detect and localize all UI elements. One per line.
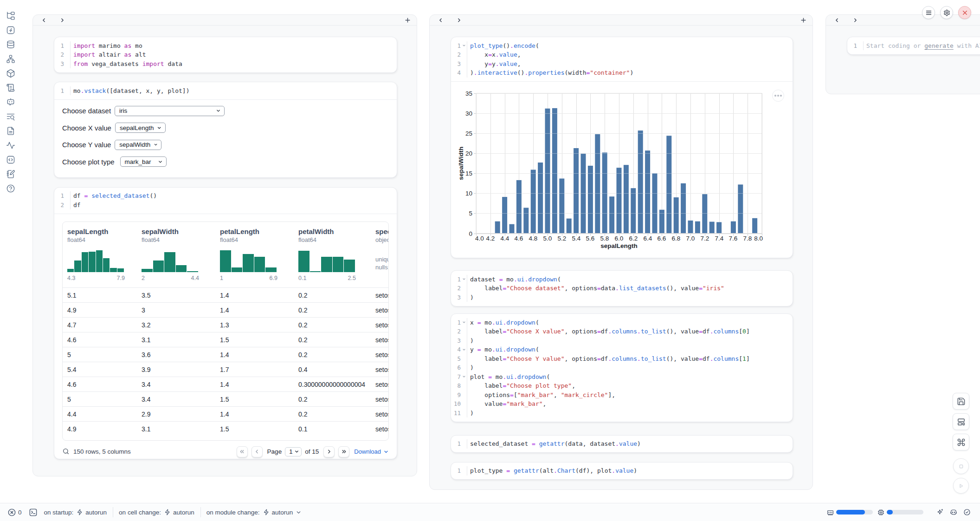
on-cell-change-setting[interactable]: on cell change: autorun (119, 509, 194, 516)
sidebar-package-icon[interactable] (6, 69, 15, 78)
code-line: 1mo.vstack([dataset, x, y, plot]) (54, 86, 397, 96)
on-startup-setting[interactable]: on startup: autorun (44, 509, 107, 516)
fold-marker (64, 86, 70, 96)
svg-text:6.8: 6.8 (672, 235, 681, 242)
table-cell: 1.4 (215, 347, 294, 362)
sidebar-file-tree-icon[interactable] (6, 11, 15, 20)
choose-dataset-select[interactable]: iris (115, 106, 225, 116)
code-editor-vstack[interactable]: 1mo.vstack([dataset, x, y, plot]) (54, 82, 397, 99)
table-cell: 0.2 (294, 392, 371, 407)
choose-y-select[interactable]: sepalWidth (115, 140, 161, 150)
table-cell: setosa (371, 288, 389, 303)
column-header[interactable]: species (375, 228, 389, 236)
column-header[interactable]: sepalLength (67, 228, 130, 236)
control-row-y: Choose Y value sepalWidth (62, 140, 397, 150)
code-editor-plot-type[interactable]: 1plot_type = getattr(alt.Chart(df), plot… (451, 462, 793, 480)
column-3-move-right-button[interactable] (849, 15, 861, 25)
cell-plot: 1plot_type().encode(2 x=x.value,3 y=y.va… (451, 37, 793, 258)
layout-toggle-button[interactable] (953, 413, 969, 430)
divider (113, 507, 113, 517)
fold-marker[interactable] (461, 372, 467, 382)
table-row: 53.61.40.2setosa (63, 347, 389, 362)
notebook-actions (922, 6, 971, 19)
chevron-down-icon (294, 449, 299, 454)
sidebar-network-icon[interactable] (6, 54, 15, 64)
on-module-change-setting[interactable]: on module change: autorun (206, 509, 302, 516)
column-3-move-left-button[interactable] (831, 15, 843, 25)
control-row-x: Choose X value sepalLength (62, 123, 397, 133)
sidebar-scroll-text-icon[interactable] (6, 83, 15, 92)
table-row: 4.63.41.40.30000000000000004setosa (63, 377, 389, 392)
settings-button[interactable] (940, 6, 953, 19)
sidebar-database-icon[interactable] (6, 40, 15, 49)
notebook-menu-button[interactable] (922, 6, 935, 19)
sidebar-text-search-icon[interactable] (6, 112, 15, 121)
play-icon (957, 482, 965, 490)
table-cell: 3.1 (137, 422, 215, 436)
column-header[interactable]: sepalWidth (142, 228, 209, 236)
fold-marker (461, 59, 467, 69)
save-button[interactable] (953, 393, 969, 410)
table-footer: 150 rows, 5 columns Page 1 of 15 Downloa… (62, 445, 389, 459)
code-editor-plot[interactable]: 1plot_type().encode(2 x=x.value,3 y=y.va… (451, 37, 793, 81)
last-page-button[interactable] (338, 446, 349, 457)
choose-x-select[interactable]: sepalLength (115, 123, 166, 133)
code-editor-xy-plot-dropdowns[interactable]: 1x = mo.ui.dropdown(2 label="Choose X va… (451, 314, 793, 422)
shutdown-button[interactable] (958, 6, 971, 19)
search-icon[interactable] (62, 448, 70, 456)
choose-plot-type-select[interactable]: mark_bar (120, 156, 167, 167)
page-select[interactable]: 1 (285, 447, 302, 456)
table-cell: 0.2 (294, 347, 371, 362)
table-cell: 3.5 (137, 288, 215, 303)
sidebar-function-square-icon[interactable] (6, 26, 15, 35)
column-1-move-left-button[interactable] (38, 15, 50, 25)
code-line: 3 y=y.value, (451, 59, 793, 69)
column-2-add-column-button[interactable] (799, 16, 807, 24)
code-editor-dataset-dropdown[interactable]: 1dataset = mo.ui.dropdown(2 label="Choos… (451, 271, 793, 306)
sidebar-file-text-icon[interactable] (6, 126, 15, 136)
run-all-button[interactable] (953, 478, 969, 494)
altair-chart[interactable]: 4.04.24.44.64.85.05.25.45.65.86.06.26.46… (458, 90, 769, 257)
code-line: 1x = mo.ui.dropdown( (451, 318, 793, 327)
sidebar-activity-icon[interactable] (6, 141, 15, 150)
table-cell: setosa (371, 377, 389, 392)
sidebar-code-square-icon[interactable] (6, 155, 15, 164)
control-row-plot-type: Choose plot type mark_bar (62, 156, 397, 167)
sidebar-bot-message-icon[interactable] (6, 98, 15, 107)
column-1-add-column-button[interactable] (403, 16, 412, 24)
ai-assistant-button[interactable] (936, 508, 944, 516)
first-page-button[interactable] (237, 446, 248, 457)
resource-usage (827, 508, 971, 516)
generate-with-ai-link[interactable]: generate (924, 42, 954, 49)
errors-indicator[interactable] (7, 508, 16, 517)
memory-icon (827, 509, 834, 516)
sidebar-help-circle-icon[interactable] (6, 184, 15, 193)
sidebar-notebook-pen-icon[interactable] (6, 169, 15, 179)
code-editor-selected-dataset[interactable]: 1selected_dataset = getattr(data, datase… (451, 436, 793, 453)
helper-sidebar (0, 0, 21, 501)
terminal-button[interactable] (29, 508, 38, 517)
keyboard-shortcuts-button[interactable] (953, 434, 969, 450)
chart-output: 4.04.24.44.64.85.05.25.45.65.86.06.26.46… (451, 81, 793, 258)
code-editor-empty[interactable]: 1 Start coding or generate with AI. (847, 37, 980, 54)
column-header[interactable]: petalLength (220, 228, 287, 236)
copilot-button[interactable] (950, 508, 957, 516)
fold-marker[interactable] (461, 275, 467, 284)
next-page-button[interactable] (323, 446, 335, 457)
chart-menu-button[interactable] (772, 90, 784, 102)
fold-marker[interactable] (461, 318, 467, 327)
code-editor-dataframe[interactable]: 1df = selected_dataset()2df (54, 188, 397, 214)
column-2-move-right-button[interactable] (453, 15, 465, 25)
column-header[interactable]: petalWidth (298, 228, 364, 236)
connection-status-button[interactable] (963, 508, 971, 516)
svg-text:5.2: 5.2 (558, 235, 567, 242)
fold-marker[interactable] (461, 345, 467, 354)
table-cell: setosa (371, 318, 389, 332)
column-1-move-right-button[interactable] (56, 15, 68, 25)
column-2-move-left-button[interactable] (434, 15, 446, 25)
previous-page-button[interactable] (251, 446, 263, 457)
download-button[interactable]: Download (354, 448, 389, 455)
stop-kernel-button[interactable] (953, 458, 969, 474)
fold-marker[interactable] (461, 41, 467, 51)
code-editor-imports[interactable]: 1import marimo as mo2import altair as al… (54, 37, 397, 72)
